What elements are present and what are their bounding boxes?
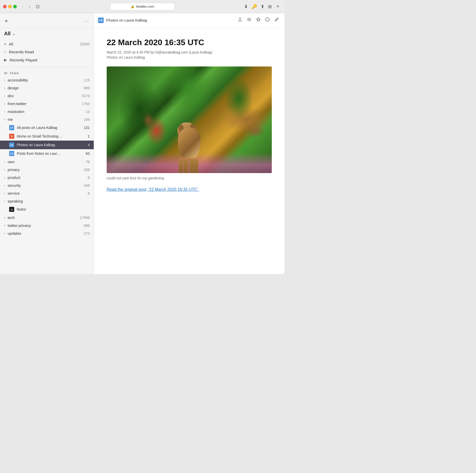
content-feed-icon: LK [98,18,104,23]
tag-item-security[interactable]: › security 348 [0,181,94,189]
recently-read-icon: ○ [4,50,6,54]
tag-dev-count: 3274 [82,94,90,98]
nav-items: ≡ All 23593 ○ Recently Read ▶ Recently P… [0,39,94,65]
maximize-button[interactable] [13,5,17,8]
share-action-button[interactable] [236,16,244,24]
feed-icon-s: S [9,134,14,139]
feed-item-all-posts-laura[interactable]: LK All posts on Laura Kalbag 131 [0,123,94,132]
url-bar[interactable]: 🔒 feedbin.com [110,3,175,10]
chevron-down-speaking-icon: › [3,201,6,202]
list-action-button[interactable] [245,16,253,24]
tag-item-own[interactable]: › own 78 [0,158,94,166]
all-label-text: All [4,31,11,37]
more-options-button[interactable]: ··· [83,18,90,24]
sidebar-item-recently-read[interactable]: ○ Recently Read [0,48,94,56]
sidebar-toggle-button[interactable]: ⊡ [34,3,42,10]
sidebar: + ··· All ⌄ ≡ All 23593 ○ Recently Read … [0,13,94,274]
feed-item-notist[interactable]: n Notist [0,205,94,214]
chevron-right-icon: › [4,78,5,82]
tag-item-updates[interactable]: › updates 273 [0,229,94,237]
new-tab-button[interactable]: + [274,3,281,10]
tag-item-twitter-privacy[interactable]: › twitter:privacy 698 [0,222,94,229]
original-post-link[interactable]: Read the original post, '22 March 2020 1… [107,187,199,192]
circle-action-button[interactable] [264,16,271,24]
article-caption: could not care less for my gardening [107,176,272,180]
add-feed-button[interactable]: + [4,17,8,25]
content-title: Photos on Laura Kalbag [106,18,234,22]
article-meta: March 22, 2020 at 4:35 PM by hi@laurakal… [107,50,272,54]
forward-button[interactable]: › [27,3,31,10]
dog-legs [177,157,201,173]
tag-service-count: 8 [88,191,90,195]
tag-item-privacy[interactable]: › privacy 289 [0,166,94,174]
chevron-right-icon: › [4,86,5,90]
recently-played-icon: ▶ [4,58,7,62]
minimize-button[interactable] [8,5,12,8]
svg-point-3 [266,18,269,21]
sidebar-header: + ··· [0,13,94,28]
tag-updates-label: updates [8,231,81,235]
feed-item-photos-laura[interactable]: LK Photos on Laura Kalbag 4 [0,141,94,149]
chevron-right-icon: › [4,168,5,172]
share-button[interactable]: ⬆ [260,3,265,10]
tag-item-tech[interactable]: › tech 17596 [0,214,94,222]
tag-item-me[interactable]: › me 199 [0,115,94,123]
sidebar-item-all[interactable]: ≡ All 23593 [0,40,94,48]
tag-from-twitter-label: from:twitter [8,102,79,106]
dog-leg-1 [179,159,183,173]
feed-icon-lk: LK [9,125,14,130]
tag-security-label: security [8,183,81,188]
tag-item-service[interactable]: › service 8 [0,189,94,197]
feed-all-posts-laura-count: 131 [84,126,90,130]
header-actions [236,16,280,24]
content-header: LK Photos on Laura Kalbag [94,13,284,27]
all-label[interactable]: All ⌄ [0,28,94,39]
edit-action-button[interactable] [273,16,280,24]
feed-home-small-tech-label: Home on Small Technolog… [17,134,85,138]
sidebar-item-recently-played-label: Recently Played [10,58,90,62]
tag-design-label: design [8,86,81,90]
chevron-right-icon: › [4,224,5,227]
feed-photos-laura-count: 4 [88,143,90,147]
tag-item-dev[interactable]: › dev 3274 [0,92,94,100]
tag-item-accessibility[interactable]: › accessibility 115 [0,76,94,84]
tag-me-count: 199 [84,117,90,122]
dog-body-shape [178,127,201,158]
chevron-right-icon: › [4,160,5,164]
lock-icon: 🔒 [131,5,135,8]
tag-mastodon-label: mastodon [8,109,83,114]
tag-item-mastodon[interactable]: › mastodon 13 [0,108,94,115]
dog-figure [173,122,206,173]
tags-header: 🏷 TAGS [0,69,94,76]
tag-mastodon-count: 13 [86,110,90,114]
tag-design-count: 889 [84,86,90,90]
tag-item-product[interactable]: › product 8 [0,174,94,181]
close-button[interactable] [3,5,7,8]
all-icon: ≡ [4,42,6,46]
tags-label: TAGS [10,72,19,75]
article-image [107,66,272,173]
reading-mode-button[interactable]: ⊞ [267,3,273,10]
article-source: Photos on Laura Kalbag [107,55,272,59]
sidebar-item-all-label: All [9,42,77,46]
feed-icon-lk-posts: LK [9,151,14,156]
password-button[interactable]: 🔑 [250,3,258,10]
feed-item-home-small-tech[interactable]: S Home on Small Technolog… 1 [0,132,94,141]
feed-icon-lk-photos: LK [9,142,14,147]
url-text: feedbin.com [136,5,154,8]
tag-dev-label: dev [8,94,79,98]
chevron-right-icon: › [4,184,5,187]
back-button[interactable]: ‹ [21,3,25,10]
tag-item-speaking[interactable]: › speaking [0,197,94,205]
download-button[interactable]: ⬇ [243,3,249,10]
tag-item-design[interactable]: › design 889 [0,84,94,92]
star-action-button[interactable] [255,16,262,24]
feed-item-posts-notes-laura[interactable]: LK Posts from Notes on Laur… 63 [0,149,94,158]
chevron-right-icon: › [4,232,5,235]
toolbar-right: ⬇ 🔑 ⬆ ⊞ + [243,3,281,10]
tag-security-count: 348 [84,183,90,188]
tag-item-from-twitter[interactable]: › from:twitter 1763 [0,100,94,108]
article-area: 22 March 2020 16:35 UTC March 22, 2020 a… [94,27,284,274]
all-chevron-icon: ⌄ [12,32,15,36]
sidebar-item-recently-played[interactable]: ▶ Recently Played [0,56,94,64]
